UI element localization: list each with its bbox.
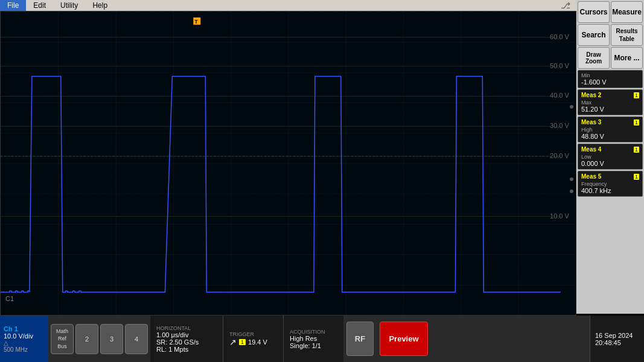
meas3-header: Meas 3 1 (581, 119, 639, 125)
meas2-header: Meas 2 1 (581, 92, 639, 98)
trigger-row: ↗ 1 19.4 V (229, 337, 277, 347)
cursors-button[interactable]: Cursors (578, 1, 610, 23)
trigger-arrow: ↗ (229, 337, 237, 347)
acquisition-val2: Single: 1/1 (290, 342, 337, 349)
svg-text:60.0 V: 60.0 V (550, 33, 569, 40)
ch1-mhz: 500 MHz (4, 346, 45, 353)
svg-text:50.0 V: 50.0 V (550, 62, 569, 69)
measure-button[interactable]: Measure (611, 1, 643, 23)
scope-screen: 60.0 V 50.0 V 40.0 V 30.0 V 20.0 V 10.0 … (0, 11, 576, 316)
top-button-pair: Cursors Measure (578, 1, 643, 23)
scope-display: 60.0 V 50.0 V 40.0 V 30.0 V 20.0 V 10.0 … (1, 11, 576, 315)
horizontal-info: Horizontal 1.00 μs/div SR: 2.50 GS/s RL:… (150, 316, 223, 362)
meas5-title: Meas 5 (581, 173, 601, 180)
status-bar: Ch 1 10.0 V/div △ 500 MHz MathRefBus 2 3… (0, 316, 644, 362)
horizontal-val2: SR: 2.50 GS/s (156, 338, 217, 346)
meas4-label: Low (581, 154, 639, 160)
scope-dot-1 (570, 105, 573, 109)
meas2-box: Meas 2 1 Max 51.20 V (578, 89, 643, 115)
menu-utility[interactable]: Utility (53, 0, 85, 11)
btn-3[interactable]: 3 (100, 324, 123, 354)
menu-help[interactable]: Help (85, 0, 115, 11)
meas2-title: Meas 2 (581, 92, 601, 98)
date-display: 16 Sep 2024 (595, 332, 639, 339)
svg-text:C1: C1 (5, 295, 14, 302)
horizontal-val3: RL: 1 Mpts (156, 346, 217, 353)
meas2-label: Max (581, 100, 639, 106)
btn-4[interactable]: 4 (125, 324, 148, 354)
menu-edit[interactable]: Edit (26, 0, 53, 11)
datetime-info: 16 Sep 2024 20:48:45 (590, 316, 644, 362)
mid-button-pair: Search ResultsTable (578, 24, 643, 46)
meas5-label: Frequency (581, 181, 639, 187)
horizontal-title: Horizontal (156, 325, 217, 331)
trigger-title: Trigger (229, 331, 277, 337)
horizontal-val1: 1.00 μs/div (156, 331, 217, 338)
meas3-ch: 1 (634, 119, 639, 125)
rf-button[interactable]: RF (346, 322, 374, 356)
meas3-value: 48.80 V (581, 133, 639, 140)
meas5-value: 400.7 kHz (581, 187, 639, 194)
usb-icon: ⎇ (561, 1, 570, 10)
meas3-box: Meas 3 1 High 48.80 V (578, 116, 643, 142)
more-button[interactable]: More ... (611, 47, 643, 69)
min-measurement: Min -1.600 V (578, 70, 643, 88)
preview-button[interactable]: Preview (380, 322, 428, 356)
search-button[interactable]: Search (578, 24, 610, 46)
min-label: Min (581, 72, 639, 78)
acquisition-info: Acquisition High Res Single: 1/1 (283, 316, 343, 362)
menu-file[interactable]: File (0, 0, 26, 11)
results-table-button[interactable]: ResultsTable (611, 24, 643, 46)
trigger-ch-badge: 1 (239, 339, 246, 345)
meas4-value: 0.000 V (581, 160, 639, 167)
svg-text:T: T (194, 19, 198, 25)
trigger-value: 19.4 V (248, 338, 267, 346)
trigger-info: Trigger ↗ 1 19.4 V (223, 316, 283, 362)
lower-button-pair: DrawZoom More ... (578, 47, 643, 69)
acquisition-title: Acquisition (290, 329, 337, 335)
ch1-vdiv: 10.0 V/div (4, 332, 45, 340)
svg-text:10.0 V: 10.0 V (550, 212, 569, 220)
meas4-box: Meas 4 1 Low 0.000 V (578, 144, 643, 170)
meas2-ch: 1 (634, 92, 639, 98)
meas5-header: Meas 5 1 (581, 173, 639, 180)
menu-bar: File Edit Utility Help ⎇ (0, 0, 576, 11)
math-ref-bus-button[interactable]: MathRefBus (51, 324, 74, 354)
draw-zoom-button[interactable]: DrawZoom (578, 47, 610, 69)
time-display: 20:48:45 (595, 339, 639, 346)
meas2-value: 51.20 V (581, 106, 639, 113)
svg-text:30.0 V: 30.0 V (550, 122, 569, 129)
meas3-label: High (581, 127, 639, 133)
ch1-info: Ch 1 10.0 V/div △ 500 MHz (0, 316, 48, 362)
ch1-label: Ch 1 (4, 325, 45, 332)
ch1-sub: △ (4, 340, 45, 346)
meas3-title: Meas 3 (581, 119, 601, 125)
svg-text:40.0 V: 40.0 V (550, 92, 569, 99)
meas4-title: Meas 4 (581, 146, 601, 153)
min-value: -1.600 V (581, 78, 639, 86)
scope-dot-3 (570, 189, 573, 193)
scope-dot-2 (570, 177, 573, 181)
svg-text:20.0 V: 20.0 V (550, 152, 569, 159)
btn-2[interactable]: 2 (75, 324, 98, 354)
right-panel: Cursors Measure Search ResultsTable Draw… (576, 0, 644, 314)
meas5-box: Meas 5 1 Frequency 400.7 kHz (578, 171, 643, 197)
meas4-header: Meas 4 1 (581, 146, 639, 153)
acquisition-val1: High Res (290, 335, 337, 342)
bottom-buttons: MathRefBus 2 3 4 (48, 316, 150, 362)
svg-rect-2 (1, 11, 576, 315)
meas5-ch: 1 (634, 174, 639, 180)
meas4-ch: 1 (634, 147, 639, 153)
